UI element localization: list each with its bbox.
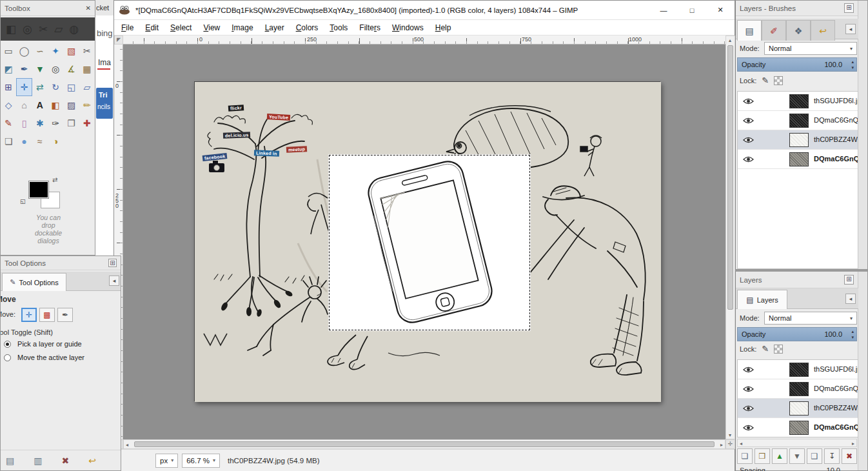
tool-scissors-select[interactable]: ✂ [79, 42, 95, 60]
tool-fuzzy-select[interactable]: ✦ [48, 42, 63, 60]
tool-crop[interactable]: ▦ [79, 60, 95, 78]
dock-menu-icon[interactable]: ⊞ [844, 3, 854, 13]
anchor-layer-button[interactable]: ↧ [824, 448, 840, 464]
dock-scroll-strip[interactable] [858, 1, 867, 269]
tool-flip[interactable]: ⇄ [32, 78, 48, 96]
save-options-icon[interactable]: ▤ [6, 456, 14, 466]
tab-brushes[interactable]: ✐ [762, 20, 786, 41]
scroll-down-icon[interactable]: ▾ [729, 432, 731, 438]
radio-move-active[interactable]: Move the active layer [4, 354, 84, 361]
canvas-image[interactable]: flickrYouTubedel.icio.usLinked inmeetupf… [194, 81, 660, 401]
toolbox-title-bar[interactable]: Toolbox ✕ [1, 1, 95, 16]
foreground-color-swatch[interactable] [29, 181, 48, 198]
vertical-scrollbar[interactable]: ▴ ▾ [725, 35, 735, 439]
visibility-eye-icon[interactable] [743, 424, 755, 432]
tab-undo-history[interactable]: ↩ [811, 20, 835, 41]
vertical-scroll-thumb[interactable] [727, 45, 733, 310]
default-colors-icon[interactable]: ◱ [20, 198, 26, 205]
menu-image[interactable]: Image [226, 23, 259, 32]
tool-airbrush[interactable]: ✱ [32, 114, 48, 132]
swap-colors-icon[interactable]: ⇄ [52, 176, 57, 183]
lock-pixels-icon[interactable]: ✎ [762, 75, 769, 85]
pasted-layer-selection[interactable] [329, 155, 530, 330]
visibility-eye-icon[interactable] [743, 117, 755, 125]
lock-pixels-icon[interactable]: ✎ [762, 344, 769, 354]
tool-rectangle-select[interactable]: ▭ [1, 42, 16, 60]
tool-dodge-burn[interactable]: ◑ [48, 132, 63, 150]
detach-icon[interactable]: ⊞ [108, 259, 117, 267]
radio-icon[interactable] [4, 354, 11, 361]
scroll-right-icon[interactable]: ▸ [852, 441, 854, 446]
raise-layer-button[interactable]: ▲ [772, 448, 787, 464]
spin-up-icon[interactable]: ▴ [851, 59, 854, 65]
move-path-button[interactable]: ✒ [57, 308, 73, 322]
tab-menu-button[interactable]: ◂ [845, 294, 856, 304]
tab-tool-options[interactable]: ✎ Tool Options [2, 273, 66, 291]
move-selection-button[interactable]: ▩ [39, 308, 55, 322]
tool-options-title-bar[interactable]: Tool Options ⊞ [1, 256, 121, 270]
opacity-spinner[interactable]: ▴ ▾ [851, 328, 854, 340]
tool-gradient[interactable]: ▨ [63, 96, 79, 114]
new-layer-button[interactable]: ❏ [737, 448, 753, 464]
menu-edit[interactable]: Edit [139, 23, 164, 32]
dock-scroll-strip[interactable] [858, 272, 867, 470]
tool-smudge[interactable]: ≈ [32, 132, 48, 150]
lock-alpha-icon[interactable] [774, 345, 783, 354]
layer-thumbnail[interactable] [789, 94, 809, 108]
radio-icon[interactable] [4, 341, 11, 348]
tool-rotate[interactable]: ↻ [48, 78, 63, 96]
layer-row[interactable]: thSGUJFD6l.jpg [738, 92, 858, 111]
title-bar[interactable]: *[DQmaC6GnQAtcH3AF7CDBq1FkSQiWx29VECbwqt… [114, 1, 735, 20]
tool-scale[interactable]: ◱ [63, 78, 79, 96]
visibility-eye-icon[interactable] [743, 97, 755, 105]
reset-options-icon[interactable]: ↩ [88, 456, 96, 466]
tool-free-select[interactable]: ∽ [32, 42, 48, 60]
visibility-eye-icon[interactable] [743, 405, 755, 412]
mode-dropdown[interactable]: Normal ▾ [764, 42, 857, 55]
menu-help[interactable]: Help [429, 23, 457, 32]
layer-thumbnail[interactable] [789, 421, 809, 435]
lock-alpha-icon[interactable] [774, 76, 783, 85]
tool-ink[interactable]: ✑ [48, 114, 63, 132]
horizontal-scroll-thumb[interactable] [134, 441, 715, 447]
canvas-viewport[interactable]: flickrYouTubedel.icio.usLinked inmeetupf… [123, 45, 725, 439]
tab-menu-button[interactable]: ◂ [109, 276, 119, 286]
menu-filters[interactable]: Filters [353, 23, 386, 32]
new-group-button[interactable]: ❒ [755, 448, 770, 464]
layer-thumbnail[interactable] [789, 133, 809, 147]
duplicate-layer-button[interactable]: ❑ [807, 448, 822, 464]
unit-dropdown[interactable]: px ▾ [155, 454, 178, 468]
scroll-up-icon[interactable]: ▴ [729, 37, 731, 43]
spin-down-icon[interactable]: ▾ [851, 334, 854, 340]
tool-pencil[interactable]: ✏ [79, 96, 95, 114]
move-layer-button[interactable]: ✛ [21, 308, 37, 322]
visibility-eye-icon[interactable] [743, 136, 755, 144]
tab-layers[interactable]: ▤ [737, 20, 762, 41]
layer-row[interactable]: thC0PBZZ4W.jpg [738, 399, 858, 418]
scroll-left-icon[interactable]: ◂ [740, 441, 742, 446]
visibility-eye-icon[interactable] [743, 366, 755, 374]
close-button[interactable]: ✕ [706, 1, 735, 20]
spin-up-icon[interactable]: ▴ [851, 328, 854, 334]
layer-row[interactable]: thSGUJFD6l.jpg [738, 360, 858, 379]
delete-layer-button[interactable]: ✖ [842, 448, 857, 464]
layer-row[interactable]: DQmaC6GnQAtc [738, 111, 858, 130]
tool-text[interactable]: A [32, 96, 48, 114]
radio-pick-layer[interactable]: Pick a layer or guide [4, 340, 82, 348]
menu-windows[interactable]: Windows [386, 23, 429, 32]
tool-color-picker[interactable]: ▼ [32, 60, 48, 78]
dock-title-bar[interactable]: Layers ⊞ [736, 272, 858, 288]
tool-paths[interactable]: ✒ [16, 60, 32, 78]
menu-view[interactable]: View [197, 23, 226, 32]
tool-zoom[interactable]: ◎ [48, 60, 63, 78]
tool-align[interactable]: ⊞ [1, 78, 16, 96]
tool-cage-transform[interactable]: ⌂ [16, 96, 32, 114]
navigation-button[interactable]: ✛ [725, 439, 735, 449]
layer-thumbnail[interactable] [789, 114, 809, 128]
tab-menu-button[interactable]: ◂ [845, 24, 856, 34]
tool-measure[interactable]: ∡ [63, 60, 79, 78]
tool-paintbrush[interactable]: ✎ [1, 114, 16, 132]
opacity-slider[interactable]: Opacity 100.0 ▴ ▾ [737, 327, 857, 341]
menu-file[interactable]: File [115, 23, 139, 32]
zoom-dropdown[interactable]: 66.7 % ▾ [182, 454, 220, 468]
